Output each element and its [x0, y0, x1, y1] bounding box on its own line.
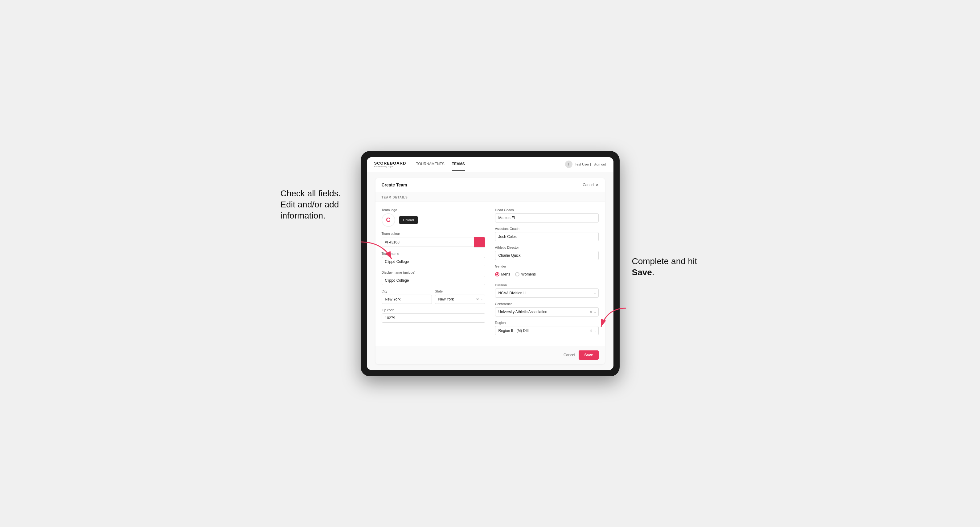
section-label: TEAM DETAILS	[375, 192, 605, 202]
region-select[interactable]: Region II - (M) DIII	[495, 326, 599, 335]
athletic-director-label: Athletic Director	[495, 246, 599, 249]
athletic-director-input[interactable]	[495, 251, 599, 260]
region-label: Region	[495, 321, 599, 324]
state-label: State	[435, 289, 485, 293]
city-state-group: City State New York ✕	[382, 289, 485, 304]
form-card: Create Team Cancel ✕ TEAM DETAILS	[375, 178, 605, 364]
card-header: Create Team Cancel ✕	[375, 178, 605, 192]
assistant-coach-input[interactable]	[495, 232, 599, 241]
nav-link-teams[interactable]: TEAMS	[452, 157, 465, 171]
region-clear-icon[interactable]: ✕	[589, 329, 592, 333]
page-title: Create Team	[382, 183, 407, 187]
team-colour-label: Team colour	[382, 232, 485, 235]
zip-input[interactable]	[382, 313, 485, 323]
nav-right: T Test User | Sign out	[565, 160, 606, 168]
annotation-right: Complete and hit Save.	[632, 256, 700, 278]
color-swatch[interactable]	[474, 237, 485, 248]
gender-row: Mens Womens	[495, 270, 599, 279]
zip-group: Zip code	[382, 308, 485, 323]
color-input-row	[382, 237, 485, 248]
conference-clear-icon[interactable]: ✕	[589, 310, 592, 314]
nav-links: TOURNAMENTS TEAMS	[416, 157, 565, 171]
team-colour-group: Team colour	[382, 232, 485, 248]
gender-womens-radio[interactable]	[515, 272, 519, 276]
arrow-right-icon	[598, 305, 629, 330]
state-select-wrapper: New York ✕ ⌄	[435, 295, 485, 304]
nav-logo: SCOREBOARD Powered by clippi	[374, 161, 406, 168]
logo-main-text: SCOREBOARD	[374, 161, 406, 165]
main-content: Create Team Cancel ✕ TEAM DETAILS	[367, 172, 614, 370]
state-group: State New York ✕ ⌄	[435, 289, 485, 304]
close-icon: ✕	[596, 183, 599, 187]
cancel-top-button[interactable]: Cancel ✕	[583, 183, 598, 187]
form-body: Team logo C Upload Team colour	[375, 202, 605, 346]
region-group: Region Region II - (M) DIII ✕ ⌄	[495, 321, 599, 335]
assistant-coach-label: Assistant Coach	[495, 227, 599, 230]
gender-mens-radio[interactable]	[495, 272, 500, 276]
gender-womens-text: Womens	[521, 272, 536, 276]
athletic-director-group: Athletic Director	[495, 246, 599, 260]
zip-label: Zip code	[382, 308, 485, 312]
annotation-left: Check all fields. Edit and/or add inform…	[280, 188, 355, 222]
save-button[interactable]: Save	[579, 351, 598, 360]
assistant-coach-group: Assistant Coach	[495, 227, 599, 241]
nav-link-tournaments[interactable]: TOURNAMENTS	[416, 157, 444, 171]
head-coach-group: Head Coach	[495, 208, 599, 222]
nav-bar: SCOREBOARD Powered by clippi TOURNAMENTS…	[367, 157, 614, 172]
team-name-input[interactable]	[382, 257, 485, 266]
head-coach-input[interactable]	[495, 213, 599, 222]
gender-mens-text: Mens	[501, 272, 510, 276]
team-logo-label: Team logo	[382, 208, 485, 212]
region-select-wrapper: Region II - (M) DIII ✕ ⌄	[495, 326, 599, 335]
conference-label: Conference	[495, 302, 599, 306]
display-name-label: Display name (unique)	[382, 271, 485, 274]
logo-sub-text: Powered by clippi	[374, 165, 406, 168]
gender-group: Gender Mens Womens	[495, 264, 599, 279]
card-footer: Cancel Save	[375, 346, 605, 364]
division-label: Division	[495, 283, 599, 287]
display-name-input[interactable]	[382, 276, 485, 285]
gender-mens-option[interactable]: Mens	[495, 272, 510, 276]
head-coach-label: Head Coach	[495, 208, 599, 212]
city-input[interactable]	[382, 295, 432, 304]
conference-select[interactable]: University Athletic Association	[495, 307, 599, 316]
nav-user-text: Test User |	[575, 162, 591, 166]
city-label: City	[382, 289, 432, 293]
form-right: Head Coach Assistant Coach Athletic Dire…	[495, 208, 599, 340]
display-name-group: Display name (unique)	[382, 271, 485, 285]
conference-select-wrapper: University Athletic Association ✕ ⌄	[495, 307, 599, 316]
gender-womens-option[interactable]: Womens	[515, 272, 536, 276]
team-colour-input[interactable]	[382, 238, 474, 247]
gender-label: Gender	[495, 264, 599, 268]
sign-out-link[interactable]: Sign out	[593, 162, 606, 166]
logo-upload-area: C Upload	[382, 213, 485, 227]
city-group: City	[382, 289, 432, 304]
division-group: Division NCAA Division III ⌄	[495, 283, 599, 298]
cancel-button[interactable]: Cancel	[563, 353, 575, 357]
upload-button[interactable]: Upload	[399, 216, 418, 224]
conference-group: Conference University Athletic Associati…	[495, 302, 599, 316]
arrow-left-icon	[358, 239, 395, 264]
team-logo-group: Team logo C Upload	[382, 208, 485, 227]
division-select[interactable]: NCAA Division III	[495, 289, 599, 298]
state-clear-icon[interactable]: ✕	[476, 297, 479, 302]
avatar: T	[565, 160, 573, 168]
team-name-label: Team name	[382, 252, 485, 256]
team-name-group: Team name	[382, 252, 485, 266]
form-left: Team logo C Upload Team colour	[382, 208, 485, 340]
logo-circle: C	[382, 213, 395, 227]
division-select-wrapper: NCAA Division III ⌄	[495, 289, 599, 298]
